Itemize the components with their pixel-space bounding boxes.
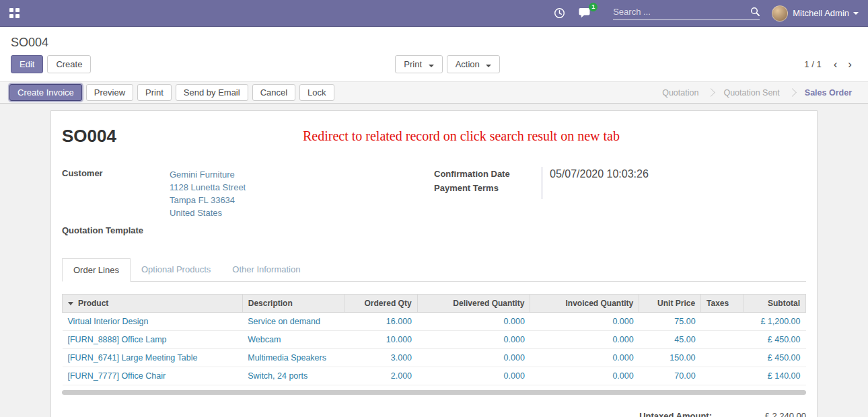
action-dropdown[interactable]: Action [447, 55, 501, 73]
notebook-tabs: Order Lines Optional Products Other Info… [62, 258, 806, 282]
customer-value: Gemini Furniture 1128 Lunetta Street Tam… [170, 167, 246, 221]
table-row[interactable]: [FURN_6741] Large Meeting Table Multimed… [63, 349, 806, 367]
quotation-template-field: Quotation Template [62, 224, 434, 237]
edit-button[interactable]: Edit [11, 55, 43, 73]
customer-address-line: United States [170, 206, 246, 219]
table-row[interactable]: [FURN_7777] Office Chair Switch, 24 port… [63, 367, 806, 385]
column-header-delivered-quantity[interactable]: Delivered Quantity [417, 295, 530, 313]
lock-button[interactable]: Lock [299, 84, 334, 101]
cell-invoiced-qty: 0.000 [530, 349, 639, 367]
customer-label: Customer [62, 167, 170, 221]
status-pipeline: Quotation Quotation Sent Sales Order [653, 82, 868, 103]
tab-optional-products[interactable]: Optional Products [131, 258, 221, 282]
order-totals: Untaxed Amount: £ 2,240.00 [62, 411, 806, 417]
confirmation-date-value: 05/07/2020 10:03:26 [542, 167, 649, 183]
global-search [613, 7, 760, 20]
sheet: SO004 Redirect to related record on clic… [50, 110, 818, 417]
print-dropdown[interactable]: Print [395, 55, 442, 73]
pager-next-button[interactable] [842, 59, 857, 70]
table-row[interactable]: Virtual Interior Design Service on deman… [63, 313, 806, 331]
cell-ordered-qty: 2.000 [345, 367, 417, 385]
confirmation-date-label: Confirmation Date [434, 167, 542, 181]
print-button[interactable]: Print [137, 84, 172, 101]
cell-taxes [701, 349, 744, 367]
avatar [772, 5, 788, 22]
chevron-down-icon [429, 65, 434, 67]
chevron-down-icon [853, 12, 859, 15]
search-icon[interactable] [750, 7, 760, 16]
statusbar: Create Invoice Preview Print Send by Ema… [0, 81, 868, 104]
customer-address-line: 1128 Lunetta Street [170, 181, 246, 194]
cell-description[interactable]: Switch, 24 ports [242, 367, 345, 385]
control-panel: SO004 Edit Create Print Action 1 / 1 [0, 27, 868, 81]
breadcrumb: SO004 [0, 27, 868, 51]
activities-clock-icon[interactable] [554, 7, 565, 19]
pager-previous-button[interactable] [828, 59, 843, 70]
right-values-separator: 05/07/2020 10:03:26 [542, 167, 649, 199]
cell-invoiced-qty: 0.000 [530, 367, 639, 385]
customer-link[interactable]: Gemini Furniture [170, 168, 246, 181]
cell-unit-price: 75.00 [639, 313, 701, 331]
column-header-invoiced-quantity[interactable]: Invoiced Quantity [530, 295, 639, 313]
cell-description[interactable]: Webcam [242, 331, 345, 349]
state-sales-order[interactable]: Sales Order [795, 88, 861, 98]
untaxed-amount-value: £ 2,240.00 [749, 411, 806, 417]
search-input[interactable] [613, 7, 750, 17]
user-menu[interactable]: Mitchell Admin [772, 5, 859, 22]
table-row[interactable]: [FURN_8888] Office Lamp Webcam 10.000 0.… [63, 331, 806, 349]
sheet-header: SO004 Redirect to related record on clic… [62, 126, 806, 147]
cell-delivered-qty: 0.000 [417, 313, 530, 331]
column-label: Product [78, 299, 108, 308]
messages-icon[interactable]: 1 [579, 7, 591, 19]
cell-ordered-qty: 3.000 [345, 349, 417, 367]
apps-menu-icon[interactable] [9, 8, 20, 18]
order-lines-table: Product Description Ordered Qty Delivere… [62, 294, 806, 385]
send-by-email-button[interactable]: Send by Email [176, 84, 248, 101]
state-quotation-sent[interactable]: Quotation Sent [714, 88, 789, 98]
field-group-left: Customer Gemini Furniture 1128 Lunetta S… [62, 167, 434, 237]
payment-terms-label: Payment Terms [434, 181, 542, 195]
cell-taxes [701, 313, 744, 331]
create-button[interactable]: Create [47, 55, 91, 73]
tab-order-lines[interactable]: Order Lines [62, 258, 131, 282]
quotation-template-label: Quotation Template [62, 224, 170, 237]
top-navbar: 1 Mitchell Admin [0, 0, 868, 27]
cell-description[interactable]: Service on demand [242, 313, 345, 331]
cell-unit-price: 45.00 [639, 331, 701, 349]
cell-unit-price: 150.00 [639, 349, 701, 367]
cancel-button[interactable]: Cancel [252, 84, 295, 101]
user-name: Mitchell Admin [793, 8, 849, 18]
field-group-right: Confirmation Date Payment Terms 05/07/20… [434, 167, 806, 237]
create-invoice-button[interactable]: Create Invoice [9, 84, 82, 101]
state-quotation[interactable]: Quotation [653, 88, 708, 98]
cell-product[interactable]: [FURN_6741] Large Meeting Table [63, 349, 243, 367]
cell-product[interactable]: Virtual Interior Design [63, 313, 243, 331]
column-header-subtotal[interactable]: Subtotal [744, 295, 806, 313]
tab-other-information[interactable]: Other Information [221, 258, 311, 282]
sort-descending-icon [68, 302, 73, 305]
column-header-ordered-qty[interactable]: Ordered Qty [345, 295, 417, 313]
action-dropdowns: Print Action [395, 55, 500, 73]
preview-button[interactable]: Preview [86, 84, 133, 101]
column-header-description[interactable]: Description [242, 295, 345, 313]
column-header-taxes[interactable]: Taxes [701, 295, 744, 313]
table-horizontal-scrollbar[interactable] [62, 390, 806, 395]
cell-product[interactable]: [FURN_8888] Office Lamp [63, 331, 243, 349]
column-header-product[interactable]: Product [63, 295, 243, 313]
cell-ordered-qty: 16.000 [345, 313, 417, 331]
chevron-down-icon [486, 65, 491, 67]
control-panel-buttons: Edit Create Print Action 1 / 1 [0, 51, 868, 81]
cell-taxes [701, 367, 744, 385]
message-count-badge: 1 [589, 3, 598, 11]
pager-count: 1 / 1 [804, 59, 821, 69]
cell-subtotal: £ 1,200.00 [744, 313, 806, 331]
cell-invoiced-qty: 0.000 [530, 331, 639, 349]
field-groups: Customer Gemini Furniture 1128 Lunetta S… [62, 167, 806, 237]
cell-product[interactable]: [FURN_7777] Office Chair [63, 367, 243, 385]
cell-delivered-qty: 0.000 [417, 349, 530, 367]
column-header-unit-price[interactable]: Unit Price [639, 295, 701, 313]
cell-description[interactable]: Multimedia Speakers [242, 349, 345, 367]
cell-unit-price: 70.00 [639, 367, 701, 385]
form-view: SO004 Redirect to related record on clic… [0, 104, 868, 417]
customer-address-line: Tampa FL 33634 [170, 194, 246, 206]
